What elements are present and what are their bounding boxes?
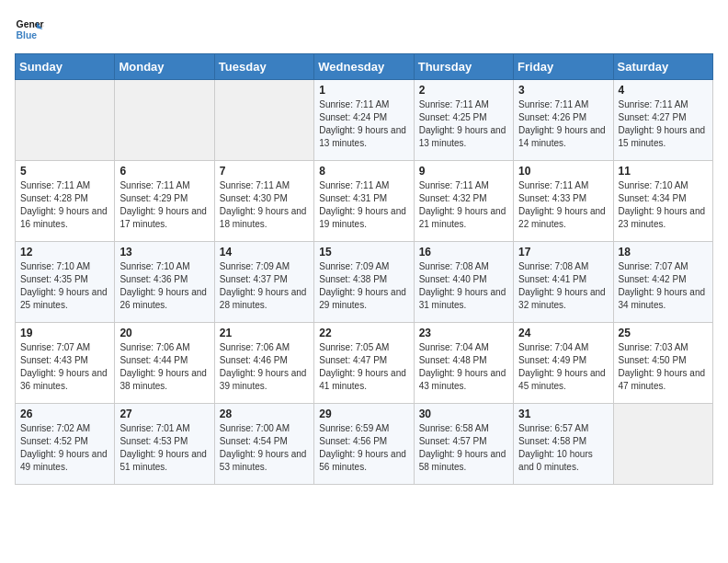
- day-number: 13: [119, 246, 209, 259]
- day-number: 26: [20, 408, 109, 420]
- calendar-week-5: 26Sunrise: 7:02 AM Sunset: 4:52 PM Dayli…: [16, 404, 713, 485]
- day-info: Sunrise: 7:02 AM Sunset: 4:52 PM Dayligh…: [20, 422, 109, 474]
- day-info: Sunrise: 7:10 AM Sunset: 4:36 PM Dayligh…: [119, 260, 209, 312]
- calendar-cell: 15Sunrise: 7:09 AM Sunset: 4:38 PM Dayli…: [314, 242, 414, 323]
- calendar-cell: 13Sunrise: 7:10 AM Sunset: 4:36 PM Dayli…: [115, 242, 214, 323]
- day-info: Sunrise: 7:09 AM Sunset: 4:37 PM Dayligh…: [220, 260, 309, 312]
- day-info: Sunrise: 6:58 AM Sunset: 4:57 PM Dayligh…: [419, 422, 508, 474]
- calendar-cell: 4Sunrise: 7:11 AM Sunset: 4:27 PM Daylig…: [613, 80, 712, 161]
- day-number: 14: [220, 246, 309, 259]
- day-number: 21: [220, 327, 309, 339]
- day-info: Sunrise: 7:06 AM Sunset: 4:46 PM Dayligh…: [220, 341, 309, 393]
- day-info: Sunrise: 7:11 AM Sunset: 4:29 PM Dayligh…: [119, 179, 209, 231]
- day-info: Sunrise: 7:03 AM Sunset: 4:50 PM Dayligh…: [619, 341, 708, 393]
- day-info: Sunrise: 7:05 AM Sunset: 4:47 PM Dayligh…: [319, 341, 408, 393]
- page-header: General Blue: [15, 15, 713, 44]
- day-number: 8: [319, 165, 408, 178]
- day-number: 9: [419, 165, 508, 178]
- day-number: 4: [619, 84, 708, 97]
- calendar-cell: 27Sunrise: 7:01 AM Sunset: 4:53 PM Dayli…: [115, 404, 214, 485]
- calendar-cell: 25Sunrise: 7:03 AM Sunset: 4:50 PM Dayli…: [613, 323, 712, 404]
- day-number: 31: [518, 408, 608, 420]
- day-number: 17: [518, 246, 608, 259]
- calendar-cell: 16Sunrise: 7:08 AM Sunset: 4:40 PM Dayli…: [414, 242, 513, 323]
- calendar-week-1: 1Sunrise: 7:11 AM Sunset: 4:24 PM Daylig…: [16, 80, 713, 161]
- calendar-cell: 28Sunrise: 7:00 AM Sunset: 4:54 PM Dayli…: [214, 404, 313, 485]
- day-info: Sunrise: 7:04 AM Sunset: 4:48 PM Dayligh…: [419, 341, 508, 393]
- calendar-cell: [16, 80, 115, 161]
- logo: General Blue: [15, 15, 44, 44]
- day-number: 10: [518, 165, 608, 178]
- day-info: Sunrise: 7:11 AM Sunset: 4:28 PM Dayligh…: [20, 179, 109, 231]
- calendar-cell: 20Sunrise: 7:06 AM Sunset: 4:44 PM Dayli…: [115, 323, 214, 404]
- day-header-monday: Monday: [115, 54, 214, 80]
- day-number: 23: [419, 327, 508, 339]
- day-info: Sunrise: 7:11 AM Sunset: 4:33 PM Dayligh…: [518, 179, 608, 231]
- day-number: 11: [619, 165, 708, 178]
- calendar-cell: 18Sunrise: 7:07 AM Sunset: 4:42 PM Dayli…: [613, 242, 712, 323]
- calendar-week-4: 19Sunrise: 7:07 AM Sunset: 4:43 PM Dayli…: [16, 323, 713, 404]
- day-info: Sunrise: 7:04 AM Sunset: 4:49 PM Dayligh…: [518, 341, 608, 393]
- day-header-thursday: Thursday: [414, 54, 513, 80]
- day-info: Sunrise: 7:10 AM Sunset: 4:34 PM Dayligh…: [619, 179, 708, 231]
- day-info: Sunrise: 7:11 AM Sunset: 4:30 PM Dayligh…: [220, 179, 309, 231]
- day-info: Sunrise: 7:11 AM Sunset: 4:27 PM Dayligh…: [619, 98, 708, 150]
- calendar-cell: 30Sunrise: 6:58 AM Sunset: 4:57 PM Dayli…: [414, 404, 513, 485]
- calendar-cell: 22Sunrise: 7:05 AM Sunset: 4:47 PM Dayli…: [314, 323, 414, 404]
- day-info: Sunrise: 7:11 AM Sunset: 4:31 PM Dayligh…: [319, 179, 408, 231]
- calendar-cell: 1Sunrise: 7:11 AM Sunset: 4:24 PM Daylig…: [314, 80, 414, 161]
- calendar-cell: 19Sunrise: 7:07 AM Sunset: 4:43 PM Dayli…: [16, 323, 115, 404]
- day-info: Sunrise: 7:06 AM Sunset: 4:44 PM Dayligh…: [119, 341, 209, 393]
- svg-text:Blue: Blue: [17, 30, 38, 40]
- day-number: 12: [20, 246, 109, 259]
- calendar-cell: 9Sunrise: 7:11 AM Sunset: 4:32 PM Daylig…: [414, 161, 513, 242]
- day-info: Sunrise: 6:57 AM Sunset: 4:58 PM Dayligh…: [518, 422, 608, 474]
- calendar-cell: [214, 80, 313, 161]
- day-number: 3: [518, 84, 608, 97]
- day-number: 24: [518, 327, 608, 339]
- calendar-cell: 17Sunrise: 7:08 AM Sunset: 4:41 PM Dayli…: [514, 242, 613, 323]
- day-info: Sunrise: 6:59 AM Sunset: 4:56 PM Dayligh…: [319, 422, 408, 474]
- day-header-sunday: Sunday: [16, 54, 115, 80]
- day-number: 7: [220, 165, 309, 178]
- day-number: 5: [20, 165, 109, 178]
- calendar-cell: 6Sunrise: 7:11 AM Sunset: 4:29 PM Daylig…: [115, 161, 214, 242]
- day-info: Sunrise: 7:08 AM Sunset: 4:40 PM Dayligh…: [419, 260, 508, 312]
- calendar-cell: 3Sunrise: 7:11 AM Sunset: 4:26 PM Daylig…: [514, 80, 613, 161]
- day-number: 15: [319, 246, 408, 259]
- day-info: Sunrise: 7:10 AM Sunset: 4:35 PM Dayligh…: [20, 260, 109, 312]
- calendar-cell: 31Sunrise: 6:57 AM Sunset: 4:58 PM Dayli…: [514, 404, 613, 485]
- day-info: Sunrise: 7:01 AM Sunset: 4:53 PM Dayligh…: [119, 422, 209, 474]
- logo-icon: General Blue: [15, 15, 44, 44]
- day-info: Sunrise: 7:00 AM Sunset: 4:54 PM Dayligh…: [220, 422, 309, 474]
- day-number: 6: [119, 165, 209, 178]
- calendar-cell: 8Sunrise: 7:11 AM Sunset: 4:31 PM Daylig…: [314, 161, 414, 242]
- day-info: Sunrise: 7:11 AM Sunset: 4:26 PM Dayligh…: [518, 98, 608, 150]
- calendar-cell: 14Sunrise: 7:09 AM Sunset: 4:37 PM Dayli…: [214, 242, 313, 323]
- day-info: Sunrise: 7:11 AM Sunset: 4:25 PM Dayligh…: [419, 98, 508, 150]
- day-number: 28: [220, 408, 309, 420]
- day-number: 18: [619, 246, 708, 259]
- day-info: Sunrise: 7:07 AM Sunset: 4:42 PM Dayligh…: [619, 260, 708, 312]
- day-header-saturday: Saturday: [613, 54, 712, 80]
- day-number: 16: [419, 246, 508, 259]
- calendar-table: SundayMondayTuesdayWednesdayThursdayFrid…: [15, 53, 713, 485]
- day-number: 1: [319, 84, 408, 97]
- calendar-header: SundayMondayTuesdayWednesdayThursdayFrid…: [16, 54, 713, 80]
- calendar-week-3: 12Sunrise: 7:10 AM Sunset: 4:35 PM Dayli…: [16, 242, 713, 323]
- calendar-cell: 29Sunrise: 6:59 AM Sunset: 4:56 PM Dayli…: [314, 404, 414, 485]
- day-number: 2: [419, 84, 508, 97]
- day-header-wednesday: Wednesday: [314, 54, 414, 80]
- calendar-cell: [115, 80, 214, 161]
- calendar-cell: 11Sunrise: 7:10 AM Sunset: 4:34 PM Dayli…: [613, 161, 712, 242]
- calendar-cell: 23Sunrise: 7:04 AM Sunset: 4:48 PM Dayli…: [414, 323, 513, 404]
- day-number: 30: [419, 408, 508, 420]
- calendar-cell: 5Sunrise: 7:11 AM Sunset: 4:28 PM Daylig…: [16, 161, 115, 242]
- calendar-cell: [613, 404, 712, 485]
- calendar-cell: 2Sunrise: 7:11 AM Sunset: 4:25 PM Daylig…: [414, 80, 513, 161]
- day-header-tuesday: Tuesday: [214, 54, 313, 80]
- day-info: Sunrise: 7:11 AM Sunset: 4:32 PM Dayligh…: [419, 179, 508, 231]
- calendar-cell: 24Sunrise: 7:04 AM Sunset: 4:49 PM Dayli…: [514, 323, 613, 404]
- calendar-cell: 12Sunrise: 7:10 AM Sunset: 4:35 PM Dayli…: [16, 242, 115, 323]
- day-header-friday: Friday: [514, 54, 613, 80]
